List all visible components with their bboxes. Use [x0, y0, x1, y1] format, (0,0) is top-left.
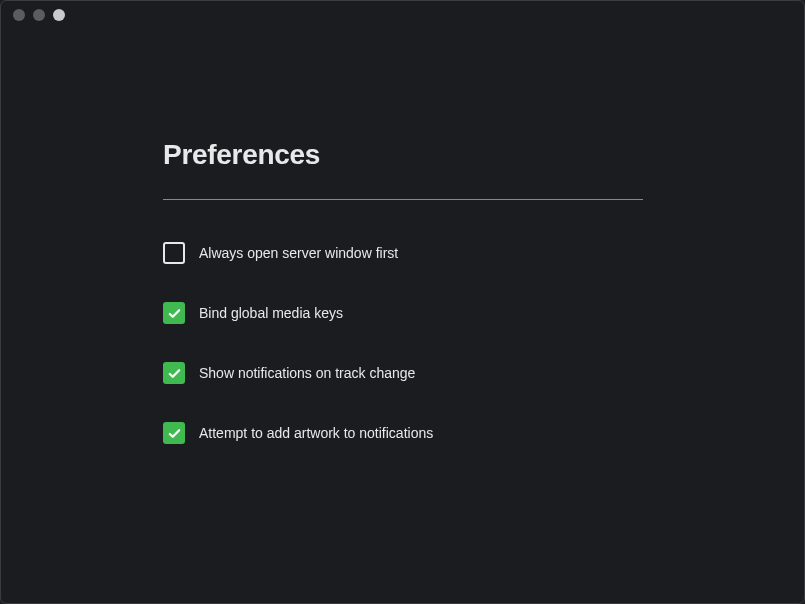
option-show-notifications: Show notifications on track change	[163, 362, 643, 384]
checkmark-icon	[167, 306, 182, 321]
checkmark-icon	[167, 366, 182, 381]
option-label: Bind global media keys	[199, 305, 343, 321]
window-titlebar	[1, 1, 804, 29]
checkbox-bind-media-keys[interactable]	[163, 302, 185, 324]
window-maximize-button[interactable]	[53, 9, 65, 21]
checkbox-show-notifications[interactable]	[163, 362, 185, 384]
divider	[163, 199, 643, 200]
page-title: Preferences	[163, 139, 643, 171]
checkmark-icon	[167, 426, 182, 441]
option-label: Show notifications on track change	[199, 365, 415, 381]
window-minimize-button[interactable]	[33, 9, 45, 21]
option-open-server-first: Always open server window first	[163, 242, 643, 264]
window-close-button[interactable]	[13, 9, 25, 21]
option-artwork-notifications: Attempt to add artwork to notifications	[163, 422, 643, 444]
option-label: Attempt to add artwork to notifications	[199, 425, 433, 441]
option-bind-media-keys: Bind global media keys	[163, 302, 643, 324]
option-label: Always open server window first	[199, 245, 398, 261]
preferences-panel: Preferences Always open server window fi…	[1, 29, 643, 444]
checkbox-artwork-notifications[interactable]	[163, 422, 185, 444]
checkbox-open-server-first[interactable]	[163, 242, 185, 264]
